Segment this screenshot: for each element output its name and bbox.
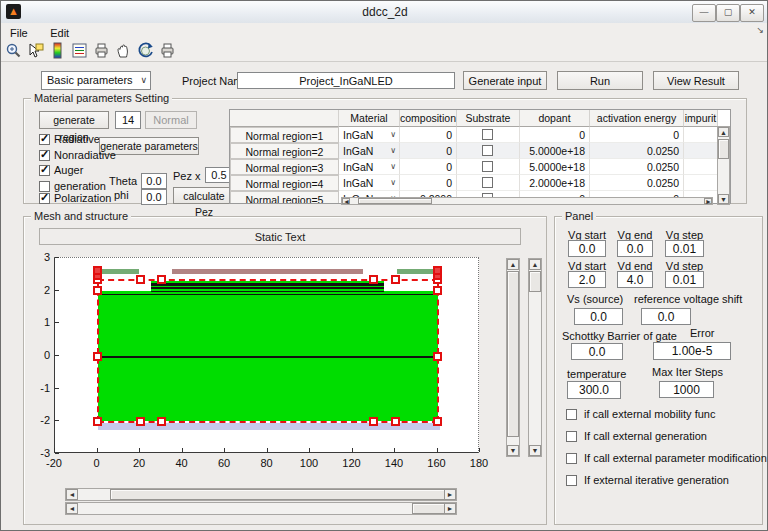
table-scroll-left-icon[interactable]: ◄	[342, 198, 350, 204]
region-handle[interactable]	[369, 275, 378, 284]
external-parameter-checkbox[interactable]	[566, 453, 577, 464]
region-handle[interactable]	[433, 286, 442, 295]
zoom-icon[interactable]	[5, 42, 22, 59]
region-handle[interactable]	[433, 352, 442, 361]
dopant-cell[interactable]: 2.0000e+18	[520, 175, 590, 191]
region-handle[interactable]	[157, 275, 166, 284]
vg-start-field[interactable]	[568, 240, 606, 257]
view-result-button[interactable]: View Result	[653, 71, 739, 90]
activation-energy-cell[interactable]: 0.0250	[590, 175, 684, 191]
vd-start-field[interactable]	[568, 271, 606, 288]
table-scroll-down-icon[interactable]: ▼	[718, 194, 729, 204]
region-row-header[interactable]: Normal region=4	[230, 175, 339, 191]
calculate-pez-button[interactable]: calculate Pez	[173, 187, 235, 204]
polarization-checkbox[interactable]	[39, 193, 50, 204]
activation-energy-cell[interactable]: 0	[590, 127, 684, 143]
substrate-layer-cell[interactable]	[457, 159, 520, 175]
substrate-checkbox[interactable]	[482, 161, 493, 172]
generate-region-button[interactable]: generate region	[39, 111, 109, 129]
close-button[interactable]: ✕	[740, 4, 764, 22]
region-handle[interactable]	[369, 417, 378, 426]
hscroll2-left-icon[interactable]: ◄	[66, 503, 78, 514]
generate-input-button[interactable]: Generate input	[463, 71, 547, 90]
nonradiative-checkbox[interactable]	[39, 150, 50, 161]
external-generation-checkbox[interactable]	[566, 431, 577, 442]
print-icon[interactable]	[93, 42, 110, 59]
activation-energy-cell[interactable]: 0.0250	[590, 143, 684, 159]
table-hscroll-thumb[interactable]	[358, 198, 432, 204]
vscroll2-thumb[interactable]	[529, 271, 541, 292]
rotate3d-icon[interactable]	[137, 42, 154, 59]
legend-icon[interactable]	[71, 42, 88, 59]
vs-source-field[interactable]	[574, 308, 623, 325]
vscroll2-up-icon[interactable]: ▲	[529, 259, 541, 270]
region-handle[interactable]	[93, 266, 102, 275]
dopant-cell[interactable]: 5.0000e+18	[520, 143, 590, 159]
hscroll1-right-icon[interactable]: ►	[444, 489, 456, 500]
plot-vscrollbar-1[interactable]: ▲ ▼	[506, 258, 520, 457]
plot-vscrollbar-2[interactable]: ▲ ▼	[528, 258, 542, 457]
colorbar-icon[interactable]	[49, 42, 66, 59]
max-iter-steps-field[interactable]	[659, 381, 714, 398]
table-hscrollbar[interactable]: ◄ ►	[341, 197, 713, 205]
chevron-down-icon[interactable]: ∨	[390, 127, 396, 143]
hscroll1-left-icon[interactable]: ◄	[66, 489, 78, 500]
region-handle[interactable]	[157, 417, 166, 426]
datacursor-icon[interactable]	[27, 42, 44, 59]
vscroll1-up-icon[interactable]: ▲	[507, 259, 519, 270]
hscroll1-thumb[interactable]	[110, 489, 445, 500]
substrate-checkbox[interactable]	[482, 177, 493, 188]
vscroll1-thumb[interactable]	[507, 271, 519, 437]
region-handle[interactable]	[136, 417, 145, 426]
composition-cell[interactable]: 0	[400, 127, 457, 143]
temperature-field[interactable]	[567, 381, 621, 399]
external-iterative-checkbox[interactable]	[566, 475, 577, 486]
vg-step-field[interactable]	[665, 240, 704, 257]
region-handle[interactable]	[391, 417, 400, 426]
material-cell[interactable]: InGaN∨	[339, 175, 400, 191]
region-row-header[interactable]: Normal region=2	[230, 143, 339, 159]
composition-cell[interactable]: 0	[400, 175, 457, 191]
table-vscroll-thumb[interactable]	[718, 139, 729, 159]
vg-end-field[interactable]	[617, 240, 653, 257]
parameter-mode-select[interactable]: Basic parameters ∨	[41, 71, 151, 90]
region-handle[interactable]	[433, 266, 442, 275]
dopant-cell[interactable]: 0	[520, 127, 590, 143]
material-cell[interactable]: InGaN∨	[339, 127, 400, 143]
vscroll2-down-icon[interactable]: ▼	[529, 445, 541, 456]
plot-hscrollbar-2[interactable]: ◄ ►	[65, 502, 457, 515]
phi-field[interactable]	[141, 189, 167, 205]
composition-cell[interactable]: 0	[400, 159, 457, 175]
region-handle[interactable]	[136, 275, 145, 284]
auger-checkbox[interactable]	[39, 165, 50, 176]
table-scroll-right-icon[interactable]: ►	[704, 198, 712, 204]
selection-dashed-line[interactable]	[98, 279, 438, 281]
radiative-checkbox[interactable]	[39, 134, 50, 145]
impurity-cell[interactable]	[684, 127, 718, 143]
region-handle[interactable]	[391, 275, 400, 284]
region-row-header[interactable]: Normal region=1	[230, 127, 339, 143]
table-vscrollbar[interactable]: ▲ ▼	[717, 126, 730, 205]
vscroll1-down-icon[interactable]: ▼	[507, 445, 519, 456]
vd-step-field[interactable]	[665, 271, 704, 288]
substrate-checkbox[interactable]	[482, 145, 493, 156]
impurity-cell[interactable]	[684, 175, 718, 191]
minimize-button[interactable]: —	[692, 4, 716, 22]
substrate-layer-cell[interactable]	[457, 143, 520, 159]
chevron-down-icon[interactable]: ∨	[390, 143, 396, 159]
theta-field[interactable]	[141, 173, 167, 189]
activation-energy-cell[interactable]: 0.0250	[590, 159, 684, 175]
material-cell[interactable]: InGaN∨	[339, 159, 400, 175]
material-cell[interactable]: InGaN∨	[339, 143, 400, 159]
hscroll2-thumb[interactable]	[412, 503, 445, 514]
pan-icon[interactable]	[115, 42, 132, 59]
dopant-cell[interactable]: 5.0000e+18	[520, 159, 590, 175]
vd-end-field[interactable]	[617, 271, 653, 288]
error-field[interactable]	[653, 342, 731, 360]
chevron-down-icon[interactable]: ∨	[390, 159, 396, 175]
region-handle[interactable]	[93, 352, 102, 361]
project-name-input[interactable]	[237, 72, 455, 89]
region-handle[interactable]	[433, 417, 442, 426]
print-icon-2[interactable]	[159, 42, 176, 59]
maximize-button[interactable]: ▢	[716, 4, 740, 22]
